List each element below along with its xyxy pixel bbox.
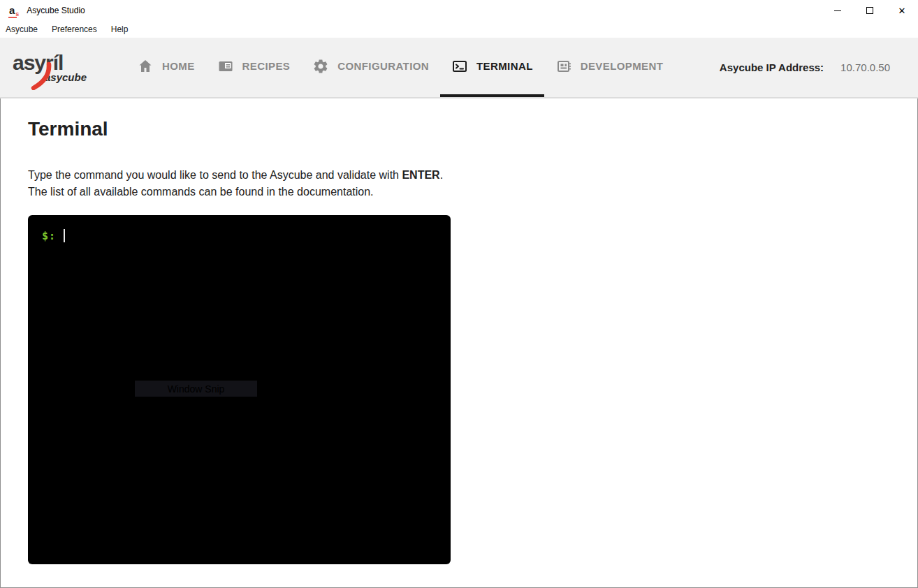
app-icon: as bbox=[8, 5, 20, 17]
instructions-text: Type the command you would like to send … bbox=[28, 167, 890, 200]
terminal-prompt: $: bbox=[42, 230, 56, 242]
tab-label: DEVELOPMENT bbox=[581, 60, 664, 72]
minimize-icon bbox=[834, 10, 841, 11]
logo-wordmark: asyríl bbox=[13, 52, 96, 73]
minimize-button[interactable] bbox=[822, 0, 854, 21]
menu-help[interactable]: Help bbox=[104, 21, 136, 38]
page-title: Terminal bbox=[28, 118, 890, 140]
ip-address-label: Asycube IP Address: bbox=[720, 61, 824, 73]
instructions-line-2: The list of all available commands can b… bbox=[28, 184, 890, 200]
terminal-cursor bbox=[64, 229, 65, 242]
tab-home[interactable]: HOME bbox=[126, 38, 206, 97]
close-button[interactable]: ✕ bbox=[886, 0, 918, 21]
tab-recipes[interactable]: RECIPES bbox=[206, 38, 302, 97]
menu-asycube[interactable]: Asycube bbox=[6, 21, 45, 38]
terminal-icon bbox=[451, 58, 468, 75]
main-content: Terminal Type the command you would like… bbox=[0, 98, 918, 564]
app-header: asyríl asycube HOME RECIPES bbox=[0, 38, 918, 98]
settings-gear-icon bbox=[312, 58, 329, 75]
maximize-button[interactable] bbox=[854, 0, 886, 21]
window-controls: ✕ bbox=[822, 0, 918, 21]
tab-configuration[interactable]: CONFIGURATION bbox=[301, 38, 440, 97]
tab-terminal[interactable]: TERMINAL bbox=[440, 38, 544, 97]
instructions-line-1: Type the command you would like to send … bbox=[28, 167, 890, 184]
menu-bar: Asycube Preferences Help bbox=[0, 21, 918, 38]
window-title: Asycube Studio bbox=[27, 6, 85, 15]
menu-preferences[interactable]: Preferences bbox=[45, 21, 104, 38]
tab-label: RECIPES bbox=[242, 60, 291, 72]
terminal-console[interactable]: $: Window Snip bbox=[28, 215, 451, 564]
title-bar: as Asycube Studio ✕ bbox=[0, 0, 918, 21]
asycube-ip-address: Asycube IP Address: 10.70.0.50 bbox=[720, 61, 890, 73]
home-icon bbox=[137, 58, 154, 75]
maximize-icon bbox=[866, 7, 873, 14]
asyril-logo: asyríl asycube bbox=[13, 52, 96, 83]
tab-development[interactable]: DEVELOPMENT bbox=[544, 38, 675, 97]
tab-label: CONFIGURATION bbox=[337, 60, 429, 72]
developer-board-icon bbox=[555, 58, 572, 75]
terminal-prompt-line: $: bbox=[42, 229, 451, 242]
recipes-icon bbox=[217, 58, 234, 75]
tab-label: TERMINAL bbox=[476, 60, 533, 72]
ip-address-value: 10.70.0.50 bbox=[840, 61, 890, 73]
close-icon: ✕ bbox=[898, 6, 906, 15]
main-nav: HOME RECIPES CONFIGURATION bbox=[126, 38, 674, 97]
tab-label: HOME bbox=[162, 60, 195, 72]
window-snip-overlay: Window Snip bbox=[135, 381, 257, 397]
